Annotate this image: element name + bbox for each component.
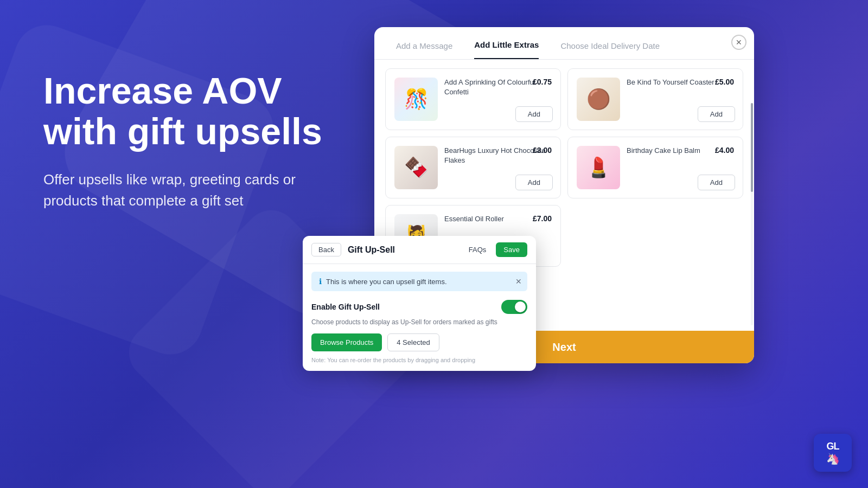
helper-text: Choose products to display as Up-Sell fo… bbox=[311, 318, 527, 326]
info-banner: ℹ This is where you can upsell gift item… bbox=[311, 272, 527, 291]
subtext: Offer upsells like wrap, greeting cards … bbox=[43, 169, 326, 211]
scroll-thumb bbox=[751, 103, 753, 192]
headline: Increase AOV with gift upsells bbox=[43, 70, 326, 152]
upsell-actions: FAQs Save bbox=[463, 242, 527, 257]
enable-toggle[interactable] bbox=[501, 300, 527, 314]
product-price-oil: £7.00 bbox=[533, 214, 552, 223]
add-button-coaster[interactable]: Add bbox=[698, 106, 735, 122]
info-text: This is where you can upsell gift items. bbox=[326, 278, 447, 286]
upsell-panel: Back Gift Up-Sell FAQs Save ℹ This is wh… bbox=[303, 236, 536, 371]
tab-delivery-date[interactable]: Choose Ideal Delivery Date bbox=[560, 41, 660, 59]
info-icon: ℹ bbox=[319, 277, 322, 286]
product-card-chocolate: BearHugs Luxury Hot Chocolate Flakes £3.… bbox=[385, 137, 561, 198]
logo-text: GL bbox=[827, 441, 839, 452]
product-price-confetti: £0.75 bbox=[533, 78, 552, 86]
browse-products-button[interactable]: Browse Products bbox=[311, 333, 382, 351]
left-panel: Increase AOV with gift upsells Offer ups… bbox=[43, 70, 326, 211]
product-price-coaster: £5.00 bbox=[715, 78, 734, 86]
upsell-body: ℹ This is where you can upsell gift item… bbox=[303, 264, 536, 371]
toggle-knob bbox=[515, 301, 526, 312]
scroll-indicator bbox=[751, 103, 753, 325]
product-price-chocolate: £3.00 bbox=[533, 146, 552, 155]
upsell-title: Gift Up-Sell bbox=[341, 245, 463, 255]
toggle-label: Enable Gift Up-Sell bbox=[311, 303, 380, 311]
info-close-button[interactable]: ✕ bbox=[515, 277, 522, 286]
modal-close-button[interactable]: ✕ bbox=[731, 35, 746, 50]
selected-count-button[interactable]: 4 Selected bbox=[387, 333, 439, 351]
product-card-coaster: Be Kind To Yourself Coaster £5.00 Add bbox=[567, 68, 743, 130]
toggle-row: Enable Gift Up-Sell bbox=[311, 300, 527, 314]
product-price-balm: £4.00 bbox=[715, 146, 734, 155]
tabs-container: Add a Message Add Little Extras Choose I… bbox=[374, 27, 754, 60]
product-image-balm bbox=[577, 146, 620, 189]
product-card-balm: Birthday Cake Lip Balm £4.00 Add bbox=[567, 137, 743, 198]
product-image-coaster bbox=[577, 78, 620, 121]
product-image-confetti bbox=[394, 78, 438, 121]
logo-icon: 🦄 bbox=[826, 452, 840, 465]
add-button-chocolate[interactable]: Add bbox=[515, 175, 553, 190]
drag-drop-note: Note: You can re-order the products by d… bbox=[311, 357, 527, 363]
add-button-balm[interactable]: Add bbox=[698, 175, 735, 190]
logo-badge: GL 🦄 bbox=[814, 434, 852, 472]
save-button[interactable]: Save bbox=[496, 242, 527, 257]
back-button[interactable]: Back bbox=[311, 243, 341, 256]
add-button-confetti[interactable]: Add bbox=[515, 106, 553, 122]
product-card-confetti: Add A Sprinkling Of Colourful Confetti £… bbox=[385, 68, 561, 130]
faq-button[interactable]: FAQs bbox=[463, 242, 492, 257]
upsell-header: Back Gift Up-Sell FAQs Save bbox=[303, 236, 536, 264]
product-image-chocolate bbox=[394, 146, 438, 189]
tab-add-message[interactable]: Add a Message bbox=[396, 41, 452, 59]
product-action-buttons: Browse Products 4 Selected bbox=[311, 333, 527, 351]
tab-add-extras[interactable]: Add Little Extras bbox=[474, 40, 539, 59]
